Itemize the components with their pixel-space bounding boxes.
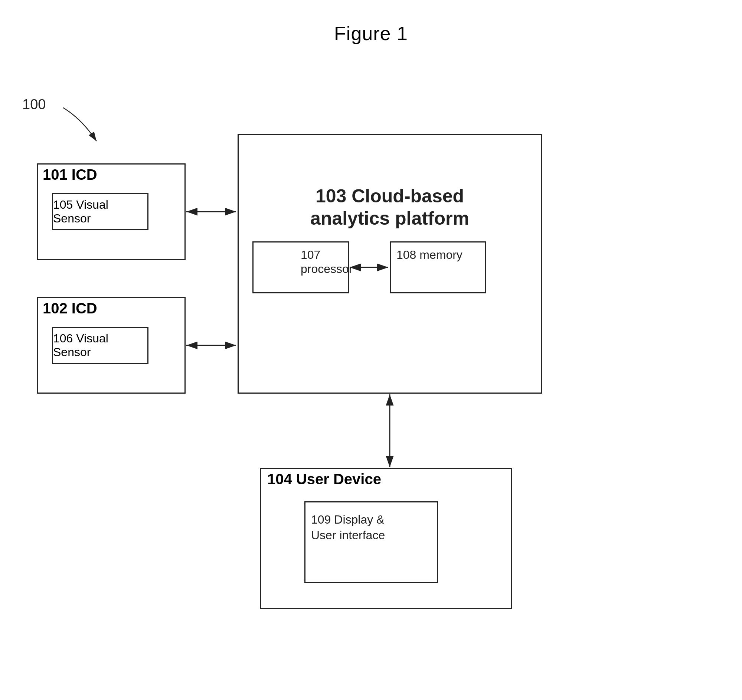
box-105: 105 Visual Sensor — [52, 193, 149, 230]
box-104-label: 104 User Device — [267, 471, 381, 488]
box-108 — [390, 242, 486, 293]
box-102-label: 102 ICD — [43, 300, 97, 317]
box-107 — [252, 242, 349, 293]
diagram-container: 100 101 ICD 105 Visual Sensor 102 ICD 10… — [0, 74, 742, 700]
figure-title: Figure 1 — [0, 0, 742, 44]
box-109 — [304, 501, 438, 583]
box-106: 106 Visual Sensor — [52, 327, 149, 364]
box-101-label: 101 ICD — [43, 167, 97, 183]
label-100: 100 — [22, 97, 46, 112]
